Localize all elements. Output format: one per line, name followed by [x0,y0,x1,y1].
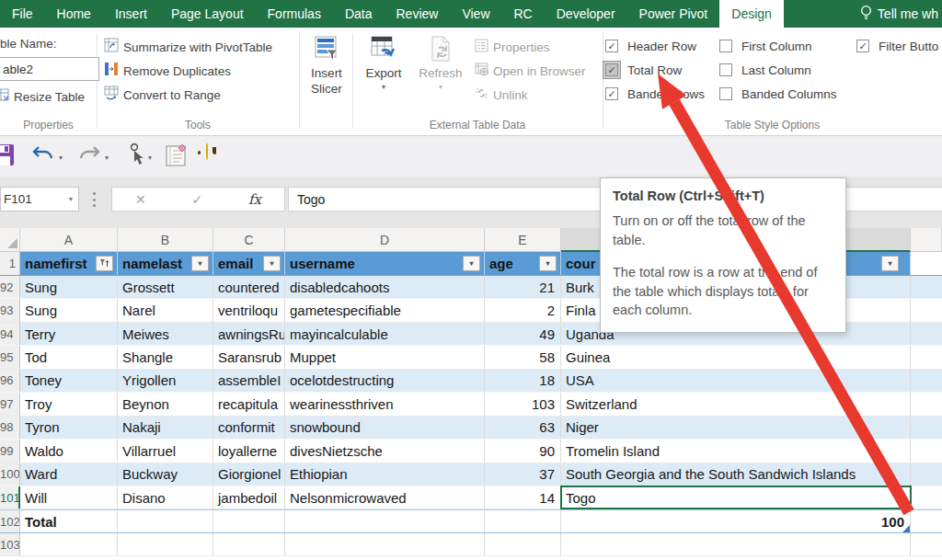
cell-country-101[interactable]: Togo [561,486,911,509]
cell-first-98[interactable]: Tyron [20,417,118,439]
insert-slicer-button[interactable]: Insert Slicer [302,35,351,97]
filter-dropdown-icon[interactable]: ▾ [263,256,281,271]
name-box-dropdown[interactable]: ▾ [69,195,73,203]
cell-email-103[interactable] [213,533,285,555]
cell-country-97[interactable]: Switzerland [561,393,911,415]
row-number[interactable]: 98 [0,417,20,439]
tab-home[interactable]: Home [45,0,103,28]
tell-me-box[interactable]: Tell me wh [849,0,942,28]
cell-last-93[interactable]: Narel [118,299,213,321]
tab-view[interactable]: View [450,0,501,28]
touch-mode-icon[interactable] [123,143,145,172]
cell-email-93[interactable]: ventriloqu [213,299,285,321]
header-cell-namelast[interactable]: namelast▾ [118,252,213,275]
cell-age-98[interactable]: 63 [485,417,561,439]
cell-email-94[interactable]: awningsRu [213,323,285,345]
undo-icon[interactable] [31,144,55,168]
cell-username-94[interactable]: mayincalculable [285,323,485,345]
tab-insert[interactable]: Insert [103,0,159,28]
cell-first-101[interactable]: Will [20,486,118,509]
cell-outside-table[interactable] [911,463,942,486]
checkbox-last-column[interactable]: Last Column [717,61,811,79]
tab-formulas[interactable]: Formulas [256,0,333,28]
cell-username-96[interactable]: ocelotdestructing [285,370,485,392]
tab-review[interactable]: Review [385,0,451,28]
properties-button[interactable]: Properties [475,39,550,56]
row-number[interactable]: 103 [0,533,20,555]
cell-age-94[interactable]: 49 [485,323,561,345]
tab-data[interactable]: Data [333,0,385,28]
name-box[interactable]: F101▾ [0,187,79,211]
cell-last-103[interactable] [118,533,213,555]
unlink-button[interactable]: Unlink [475,86,528,104]
cell-age-95[interactable]: 58 [485,346,561,368]
cell-age-92[interactable]: 21 [485,276,561,298]
cell-country-95[interactable]: Guinea [561,346,911,368]
row-number[interactable]: 97 [0,393,20,415]
row-number[interactable]: 96 [0,370,20,392]
checkbox-filter-button[interactable]: Filter Butto [854,37,938,55]
row-number[interactable]: 100 [0,463,20,486]
cell-country-103[interactable] [561,533,911,555]
cell-username-93[interactable]: gametespecifiable [285,299,485,321]
cell-first-94[interactable]: Terry [20,323,118,345]
cell-username-97[interactable]: wearinessthriven [285,393,485,415]
column-header-a[interactable]: A [20,228,118,252]
checkbox-banded-columns[interactable]: Banded Columns [717,85,837,103]
cell-first-95[interactable]: Tod [20,346,118,368]
sort-filter-icon[interactable] [96,256,113,271]
cell-last-94[interactable]: Meiwes [118,323,213,345]
cell-first-99[interactable]: Waldo [20,440,118,462]
cell-email-97[interactable]: recapitula [213,393,285,415]
cell-outside-table[interactable] [911,346,942,368]
tab-power-pivot[interactable]: Power Pivot [627,0,720,28]
cell-outside-table[interactable] [911,533,942,555]
tab-file[interactable]: File [0,0,45,28]
cell-last-99[interactable]: Villarruel [118,440,213,462]
cancel-icon[interactable]: ✕ [135,192,146,207]
column-header-e[interactable]: E [485,228,561,252]
cell-last-95[interactable]: Shangle [118,346,213,368]
tab-design[interactable]: Design [719,0,784,28]
checkbox-header-row[interactable]: Header Row [603,37,696,55]
cell-outside-table[interactable] [911,276,942,298]
cell-username-103[interactable] [285,533,485,555]
cell-country-102[interactable]: 100 [561,510,911,531]
select-all-corner[interactable] [0,228,20,252]
convert-to-range-button[interactable]: Convert to Range [104,86,221,104]
resize-table-button[interactable]: Resize Table [0,88,85,105]
row-number[interactable]: 94 [0,323,20,345]
cell-country-99[interactable]: Tromelin Island [561,440,911,462]
cell-email-95[interactable]: Saransrub [213,346,285,368]
cell-outside-table[interactable] [911,299,942,321]
redo-icon[interactable] [77,144,101,168]
cell-age-99[interactable]: 90 [485,440,561,462]
cell-username-98[interactable]: snowbound [285,417,485,439]
function-icon[interactable]: fx [248,191,261,208]
cell-first-102[interactable]: Total [20,510,118,531]
cell-age-97[interactable]: 103 [485,393,561,415]
touch-mode-dropdown[interactable]: ▾ [148,154,152,162]
cell-last-100[interactable]: Buckway [118,463,213,486]
cell-username-100[interactable]: Ethiopian [285,463,485,486]
cell-last-92[interactable]: Grossett [118,276,213,298]
remove-duplicates-button[interactable]: Remove Duplicates [104,62,231,80]
cell-age-93[interactable]: 2 [485,299,561,321]
row-number[interactable]: 92 [0,276,20,298]
smiley-icon[interactable] [206,143,208,160]
save-icon[interactable] [0,143,15,170]
tab-page-layout[interactable]: Page Layout [159,0,256,28]
cell-age-103[interactable] [485,533,561,555]
cell-last-97[interactable]: Beynon [118,393,213,415]
cell-outside-table[interactable] [911,393,942,415]
cell-age-101[interactable]: 14 [485,486,561,509]
cell-outside-table[interactable] [911,323,942,345]
header-cell-namefirst[interactable]: namefirst [20,252,118,275]
cell-username-99[interactable]: divesNietzsche [285,440,485,462]
cell-age-102[interactable] [485,510,561,531]
cell-email-101[interactable]: jambedoil [213,486,285,509]
checkbox-total-row[interactable]: Total Row [603,61,682,79]
cell-email-98[interactable]: conformit [213,417,285,439]
cell-last-102[interactable] [118,510,213,531]
header-cell-username[interactable]: username▾ [285,252,485,275]
